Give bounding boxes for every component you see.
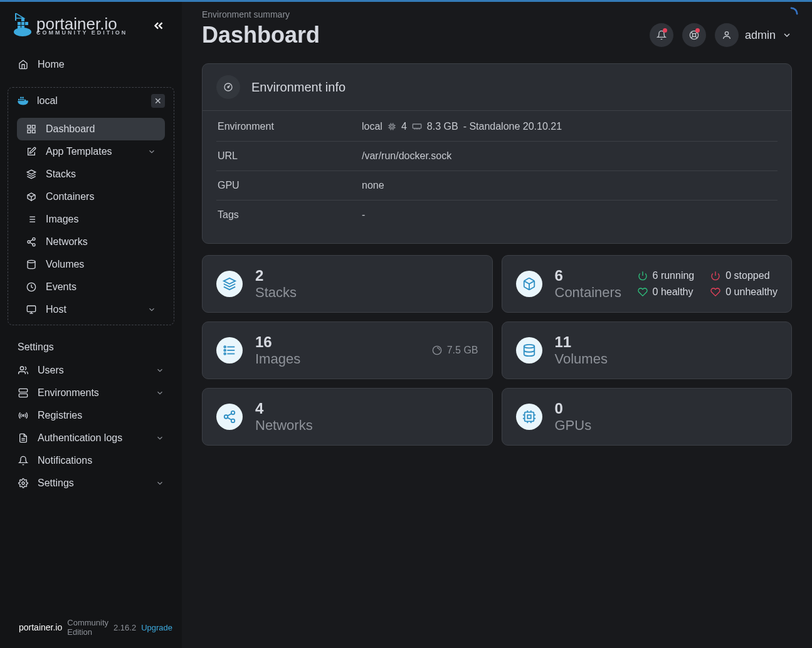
nav-label: Networks: [46, 236, 88, 248]
svg-rect-16: [28, 130, 31, 133]
stacks-icon: [26, 169, 37, 179]
svg-point-80: [224, 346, 226, 348]
power-icon: [638, 271, 648, 281]
images-label: Images: [255, 351, 300, 367]
containers-healthy: 0 healthy: [638, 286, 695, 298]
collapse-sidebar-button[interactable]: [148, 15, 169, 36]
nav-label: Settings: [38, 478, 74, 489]
svg-rect-36: [19, 389, 27, 392]
info-url-value: /var/run/docker.sock: [362, 150, 451, 162]
chevron-down-icon: [156, 389, 164, 397]
chevron-down-icon: [156, 434, 164, 442]
nav-label: Authentication logs: [38, 432, 122, 444]
sidebar-item-dashboard[interactable]: Dashboard: [17, 118, 165, 140]
svg-point-30: [28, 260, 35, 263]
svg-rect-2: [21, 22, 24, 25]
help-button[interactable]: [682, 23, 706, 47]
svg-point-50: [692, 33, 695, 36]
images-icon: [26, 214, 37, 224]
sidebar-item-users[interactable]: Users: [9, 359, 173, 382]
notifications-button[interactable]: [650, 23, 673, 47]
info-gpu-value: none: [362, 180, 384, 191]
footer-brand: portainer.io: [19, 622, 62, 632]
svg-point-83: [433, 346, 441, 354]
tile-gpus[interactable]: 0 GPUs: [502, 388, 793, 446]
heart-icon: [710, 287, 720, 297]
containers-unhealthy: 0 unhealthy: [710, 286, 778, 298]
svg-point-84: [524, 345, 534, 348]
disk-icon: [432, 345, 442, 355]
sidebar-footer: portainer.io Community Edition 2.16.2 Up…: [0, 607, 182, 648]
sidebar-item-images[interactable]: Images: [17, 208, 165, 231]
svg-rect-4: [21, 18, 24, 21]
info-key: Environment: [218, 121, 362, 132]
svg-rect-10: [22, 99, 23, 100]
info-key: GPU: [218, 180, 362, 191]
users-icon: [18, 365, 29, 375]
svg-line-54: [691, 36, 693, 38]
nav-label: Volumes: [46, 259, 84, 270]
tile-containers[interactable]: 6 Containers 6 running 0 stopped 0 healt…: [502, 255, 793, 313]
sidebar-item-stacks[interactable]: Stacks: [17, 163, 165, 186]
svg-line-51: [691, 32, 693, 34]
environment-header[interactable]: local ✕: [8, 88, 174, 114]
networks-icon: [216, 404, 243, 430]
chevron-down-icon: [156, 366, 164, 375]
nav-label: App Templates: [46, 146, 112, 157]
sidebar-item-events[interactable]: Events: [17, 276, 165, 298]
containers-icon: [26, 192, 37, 202]
info-row-gpu: GPU none: [216, 171, 778, 201]
svg-point-87: [231, 419, 235, 423]
user-menu[interactable]: admin: [715, 23, 792, 47]
tile-networks[interactable]: 4 Networks: [202, 388, 493, 446]
svg-rect-12: [22, 97, 23, 98]
sidebar-item-volumes[interactable]: Volumes: [17, 253, 165, 276]
sidebar-item-settings[interactable]: Settings: [9, 472, 173, 494]
footer-edition: Community Edition: [67, 618, 108, 637]
brand-edition: COMMUNITY EDITION: [36, 30, 127, 36]
networks-label: Networks: [255, 417, 313, 434]
brand-logo[interactable]: portainer.io COMMUNITY EDITION: [14, 13, 127, 38]
chevron-down-icon: [147, 147, 156, 156]
sidebar-item-host[interactable]: Host: [17, 298, 165, 321]
networks-icon: [26, 237, 37, 247]
stacks-label: Stacks: [255, 285, 297, 301]
sidebar-item-authentication-logs[interactable]: Authentication logs: [9, 427, 173, 449]
info-row-url: URL /var/run/docker.sock: [216, 142, 778, 171]
sidebar-item-app-templates[interactable]: App Templates: [17, 140, 165, 163]
nav-label: Users: [38, 365, 64, 376]
chevrons-left-icon: [152, 19, 166, 33]
settings-section-header: Settings: [0, 333, 182, 355]
environment-close-button[interactable]: ✕: [151, 94, 165, 108]
sidebar-item-networks[interactable]: Networks: [17, 231, 165, 253]
images-count: 16: [255, 333, 300, 351]
events-icon: [26, 282, 37, 292]
networks-count: 4: [255, 400, 313, 417]
nav-home[interactable]: Home: [9, 53, 173, 76]
tile-volumes[interactable]: 11 Volumes: [502, 321, 793, 379]
sidebar-item-environments[interactable]: Environments: [9, 382, 173, 404]
containers-stopped: 0 stopped: [710, 270, 778, 281]
tile-images[interactable]: 16 Images 7.5 GB: [202, 321, 493, 379]
sidebar-item-notifications[interactable]: Notifications: [9, 449, 173, 472]
svg-marker-73: [224, 278, 235, 284]
settings-icon: [18, 478, 29, 488]
svg-line-29: [30, 239, 33, 241]
tile-stacks[interactable]: 2 Stacks: [202, 255, 493, 313]
info-key: URL: [218, 150, 362, 162]
user-icon: [722, 30, 732, 40]
volumes-icon: [26, 259, 37, 269]
sidebar-item-containers[interactable]: Containers: [17, 186, 165, 208]
sidebar-item-registries[interactable]: Registries: [9, 404, 173, 427]
upgrade-link[interactable]: Upgrade: [141, 623, 172, 632]
svg-rect-68: [413, 124, 421, 128]
nav-label: Notifications: [38, 455, 92, 466]
heart-icon: [638, 287, 648, 297]
info-tags-value: -: [362, 209, 365, 221]
chevron-down-icon: [782, 30, 792, 40]
nav-label: Stacks: [46, 169, 76, 180]
loading-spinner-icon: [784, 7, 798, 21]
svg-rect-1: [18, 22, 21, 25]
home-icon: [18, 60, 29, 70]
info-row-environment: Environment local 4 8.3 GB - Standalone …: [216, 112, 778, 142]
